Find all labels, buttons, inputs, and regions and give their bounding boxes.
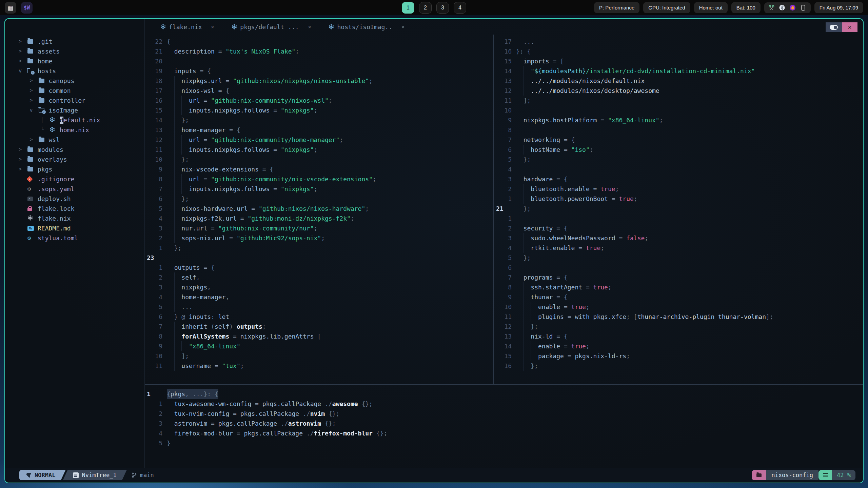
toggle-button[interactable] xyxy=(826,22,842,32)
line-number: 5 xyxy=(145,302,162,312)
line-number: 12 xyxy=(145,135,162,145)
tree-item-stylua.toml[interactable]: ⚙stylua.toml xyxy=(19,233,144,243)
code-text: }; xyxy=(167,243,181,253)
line-number: 1 xyxy=(494,214,512,223)
tab-hostsisoImag..[interactable]: hosts/isoImag..× xyxy=(329,23,404,30)
pane-pkgs-default-nix[interactable]: 1{pkgs, ...}: {1 tux-awesome-wm-config =… xyxy=(145,384,863,468)
code-text: }; xyxy=(167,115,189,125)
tree-item-controller[interactable]: >controller xyxy=(19,96,144,105)
tree-item-label: isoImage xyxy=(49,105,78,115)
code-text: bluetooth.powerOnBoot = true; xyxy=(516,194,637,204)
app-launcher-button[interactable]: ▦ xyxy=(5,2,16,14)
code-line: 18 nixpkgs.url = "github:nixos/nixpkgs/n… xyxy=(145,76,493,86)
code-line: 10 }; xyxy=(145,155,493,164)
tree-item-wsl[interactable]: >wsl xyxy=(19,135,144,145)
tab-flake.nix[interactable]: flake.nix× xyxy=(160,23,214,30)
code-line: 2 security = { xyxy=(494,223,863,233)
workspace-2[interactable]: 2 xyxy=(419,2,432,14)
flame-icon[interactable] xyxy=(790,5,796,11)
line-number: 11 xyxy=(145,361,162,371)
line-number: 17 xyxy=(494,37,512,46)
code-line: 4 rtkit.enable = true; xyxy=(494,243,863,253)
code-text: sops-nix.url = "github:Mic92/sops-nix"; xyxy=(167,233,325,243)
indent-guide xyxy=(531,341,531,351)
code-text: nixpkgs, xyxy=(167,282,211,292)
code-line: 3 astronvim = pkgs.callPackage ./astronv… xyxy=(145,419,863,428)
tree-item-.sops.yaml[interactable]: ⚙.sops.yaml xyxy=(19,184,144,194)
code-line: 1 bluetooth.powerOnBoot = true; xyxy=(494,194,863,204)
indent-guide xyxy=(174,145,175,155)
code-text: tux-awesome-wm-config = pkgs.callPackage… xyxy=(167,399,373,409)
tree-item-label: common xyxy=(49,86,71,96)
tree-item-assets[interactable]: >assets xyxy=(19,46,144,56)
gear-icon: ⚙ xyxy=(27,184,31,194)
scissors-icon[interactable] xyxy=(769,5,775,11)
pane-iso-default-nix[interactable]: 17 ...16}: {15 imports = [14 "${modulesP… xyxy=(493,35,863,384)
phone-icon[interactable] xyxy=(800,5,806,11)
tree-item-home.nix[interactable]: └home.nix xyxy=(19,125,144,135)
workspace-1[interactable]: 1 xyxy=(402,2,414,14)
nix-snowflake-icon xyxy=(160,24,166,29)
code-line: 7 networking = { xyxy=(494,135,863,145)
code-line: 5 }; xyxy=(494,253,863,263)
tree-item-.gitignore[interactable]: .gitignore xyxy=(19,174,144,184)
tree-item-common[interactable]: >common xyxy=(19,86,144,96)
code-line: 6 } @ inputs: let xyxy=(145,312,493,322)
tree-item-overlays[interactable]: >overlays xyxy=(19,155,144,164)
tab-pkgsdefault...[interactable]: pkgs/default ...× xyxy=(232,23,311,30)
tree-spacer xyxy=(19,204,27,214)
chevron-right-icon: > xyxy=(19,155,27,164)
code-text: nixos-wsl = { xyxy=(167,86,229,96)
workspace-4[interactable]: 4 xyxy=(454,2,466,14)
tree-item-flake.nix[interactable]: flake.nix xyxy=(19,214,144,223)
indent-guide xyxy=(181,174,182,184)
apps-grid-icon: ▦ xyxy=(7,4,14,11)
indent-guide xyxy=(174,282,175,292)
close-button[interactable]: × xyxy=(842,22,857,32)
line-number: 7 xyxy=(145,322,162,331)
chevron-right-icon: > xyxy=(19,56,27,66)
tree-item-canopus[interactable]: >canopus xyxy=(19,76,144,86)
tree-item-home[interactable]: >home xyxy=(19,56,144,66)
line-number: 7 xyxy=(145,184,162,194)
tree-item-hosts[interactable]: vhosts xyxy=(19,66,144,76)
tab-close-icon[interactable]: × xyxy=(401,24,405,30)
indent-guide xyxy=(174,322,175,331)
tree-item-deploy.sh[interactable]: >_deploy.sh xyxy=(19,194,144,204)
tree-item-modules[interactable]: >modules xyxy=(19,145,144,155)
tree-item-.git[interactable]: >.git xyxy=(19,37,144,46)
tree-cursor: d xyxy=(60,117,63,124)
tree-item-label: controller xyxy=(49,96,85,105)
tab-close-icon[interactable]: × xyxy=(308,24,311,30)
tab-close-icon[interactable]: × xyxy=(211,24,214,30)
tree-item-isoImage[interactable]: visoImage xyxy=(19,105,144,115)
line-number: 2 xyxy=(145,272,162,282)
tree-item-label: flake.lock xyxy=(38,204,74,214)
tree-item-README.md[interactable]: M↓README.md xyxy=(19,223,144,233)
chevron-right-icon: > xyxy=(19,46,27,56)
terminal-window: × >.git>assets>homevhosts >canopus >comm… xyxy=(4,18,864,483)
workspace-3[interactable]: 3 xyxy=(436,2,449,14)
logo-button[interactable]: $W xyxy=(21,2,33,14)
code-text: security = { xyxy=(516,223,568,233)
code-text: nixpkgs-f2k.url = "github:moni-dz/nixpkg… xyxy=(167,214,354,223)
line-number: 3 xyxy=(145,419,162,428)
line-number: 9 xyxy=(494,115,512,125)
line-number: 8 xyxy=(494,282,512,292)
nvimtree-sidebar[interactable]: >.git>assets>homevhosts >canopus >common… xyxy=(5,19,145,468)
tree-item-default.nix[interactable]: │default.nix xyxy=(19,115,144,125)
indent-guide xyxy=(174,96,175,105)
indent-guide xyxy=(174,135,175,145)
tree-item-pkgs[interactable]: >pkgs xyxy=(19,164,144,174)
folder-icon xyxy=(756,473,762,477)
line-number: 13 xyxy=(494,331,512,341)
line-number: 7 xyxy=(494,135,512,145)
code-line: 11 plugins = with pkgs.xfce; [thunar-arc… xyxy=(494,312,863,322)
tree-spacer xyxy=(19,174,27,184)
tree-item-flake.lock[interactable]: flake.lock xyxy=(19,204,144,214)
bluetooth-icon[interactable] xyxy=(779,5,785,11)
pane-flake-nix[interactable]: 22{21 description = "tux's NixOS Flake";… xyxy=(145,35,493,384)
line-number: 2 xyxy=(145,233,162,243)
code-text: bluetooth.enable = true; xyxy=(516,184,619,194)
chevron-right-icon: > xyxy=(30,135,39,145)
